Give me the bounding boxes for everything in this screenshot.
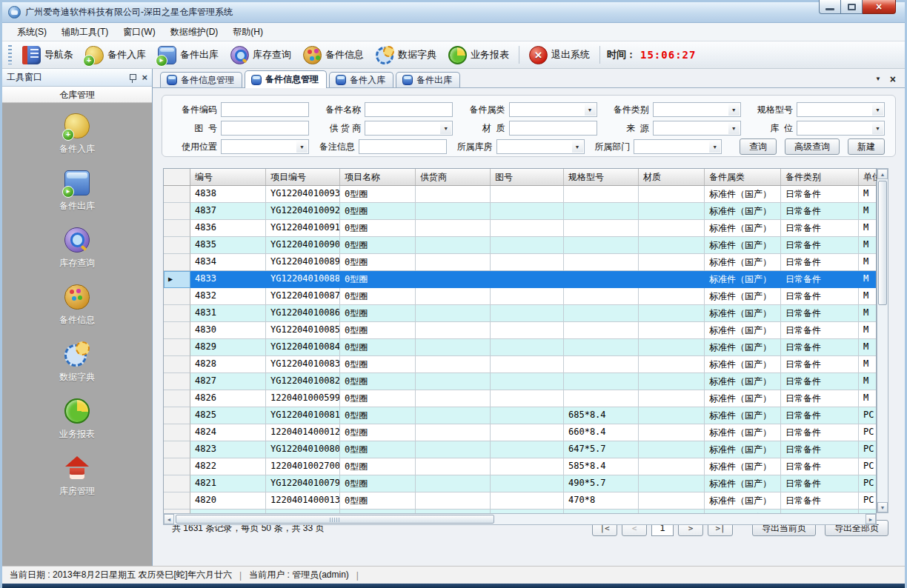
maximize-button[interactable] [841,0,863,14]
scroll-right-icon[interactable]: ► [866,514,876,524]
field-material-input[interactable] [509,121,597,136]
tab-close-icon[interactable]: × [890,76,896,83]
row-selector[interactable] [164,356,190,373]
sidebar-item-inventory-query[interactable]: 库存查询 [33,227,122,270]
row-selector[interactable] [164,220,190,237]
pin-icon[interactable] [129,73,136,82]
minimize-button[interactable] [819,0,841,14]
field-drawing-no-input[interactable] [221,121,309,136]
table-row[interactable]: 4831YG122040100860型圈标准件（国产）日常备件M [164,305,876,322]
row-selector[interactable] [164,475,190,492]
row-selector[interactable] [164,373,190,390]
column-header-10[interactable]: 单位 [859,169,877,185]
toolbar-item-report[interactable]: 业务报表 [442,44,515,67]
table-row[interactable]: 4838YG122040100930型圈标准件（国产）日常备件M [164,186,876,203]
table-row[interactable]: 4834YG122040100890型圈标准件（国产）日常备件M [164,254,876,271]
column-header-2[interactable]: 项目编号 [266,169,340,185]
vertical-scroll-thumb[interactable] [878,181,887,305]
row-selector[interactable] [164,458,190,475]
table-row[interactable]: 4827YG122040100820型圈标准件（国产）日常备件M [164,373,876,390]
table-row[interactable]: 482412204014000120型圈660*8.4标准件（国产）日常备件PC [164,424,876,441]
horizontal-scroll-thumb[interactable] [176,515,494,524]
row-selector[interactable] [164,237,190,254]
scroll-left-icon[interactable]: ◄ [164,514,174,524]
column-header-9[interactable]: 备件类别 [781,169,859,185]
column-header-3[interactable]: 项目名称 [340,169,416,185]
row-selector[interactable] [164,492,190,510]
field-part-category-select[interactable]: ▼ [509,102,597,117]
table-row[interactable]: 4823YG122040100800型圈647*5.7标准件（国产）日常备件PC [164,441,876,458]
field-supplier-select[interactable]: ▼ [365,121,453,136]
table-row[interactable]: 4821YG122040100790型圈490*5.7标准件（国产）日常备件PC [164,475,876,492]
sidebar-item-parts-info[interactable]: 备件信息 [33,284,122,327]
toolbar-item-parts-info[interactable]: 备件信息 [297,44,370,67]
toolbar-item-exit[interactable]: 退出系统 [523,44,596,67]
sidebar-item-parts-in[interactable]: 备件入库 [33,113,122,156]
tab-parts-info-mgmt-1[interactable]: 备件信息管理 [160,72,242,87]
row-selector[interactable] [164,271,190,288]
row-selector[interactable] [164,186,190,203]
table-row[interactable]: 4837YG122040100920型圈标准件（国产）日常备件M [164,203,876,220]
field-part-class-select[interactable]: ▼ [653,102,741,117]
table-row[interactable]: 4836YG122040100910型圈标准件（国产）日常备件M [164,220,876,237]
field-part-name-input[interactable] [365,102,453,117]
field-remark-input[interactable] [359,139,447,154]
toolbar-item-data-dict[interactable]: 数据字典 [370,44,442,67]
field-department-select[interactable]: ▼ [634,139,722,154]
table-row[interactable]: 4833YG122040100880型圈标准件（国产）日常备件M [164,271,876,288]
column-header-4[interactable]: 供货商 [416,169,491,185]
field-spec-model-select[interactable]: ▼ [797,102,885,117]
row-selector[interactable] [164,407,190,424]
new-button[interactable]: 新建 [848,138,885,155]
row-selector[interactable] [164,254,190,271]
horizontal-scrollbar[interactable]: ◄ ► [163,513,877,525]
menu-item-data-maintenance[interactable]: 数据维护(D) [163,23,226,41]
column-header-6[interactable]: 规格型号 [564,169,639,185]
menu-item-window[interactable]: 窗口(W) [116,23,162,41]
query-button[interactable]: 查询 [740,138,777,155]
table-row[interactable]: 482212204010027000型圈585*8.4标准件（国产）日常备件PC [164,458,876,475]
column-header-5[interactable]: 图号 [491,169,564,185]
field-part-code-input[interactable] [221,102,309,117]
table-row[interactable]: 4825YG122040100810型圈685*8.4标准件（国产）日常备件PC [164,407,876,424]
field-source-select[interactable]: ▼ [653,121,741,136]
column-header-7[interactable]: 材质 [639,169,705,185]
row-selector[interactable] [164,305,190,322]
field-use-position-select[interactable]: ▼ [221,139,309,154]
field-location-select[interactable]: ▼ [797,121,885,136]
field-warehouse-select[interactable]: ▼ [496,139,585,154]
column-header-1[interactable]: 编号 [190,169,266,185]
sidebar-item-warehouse-mgmt[interactable]: 库房管理 [33,455,122,498]
menu-item-help[interactable]: 帮助(H) [225,23,270,41]
sidebar-item-data-dict[interactable]: 数据字典 [33,341,122,384]
table-row[interactable]: 4829YG122040100840型圈标准件（国产）日常备件M [164,339,876,356]
table-row[interactable]: 482012204014000130型圈470*8标准件（国产）日常备件PC [164,492,876,510]
tab-parts-info-mgmt-2[interactable]: 备件信息管理 [245,70,327,88]
vertical-scrollbar[interactable]: ▲ ▼ [877,168,888,513]
toolbar-item-parts-out[interactable]: 备件出库 [152,44,225,67]
tab-parts-out[interactable]: 备件出库 [396,72,460,87]
menu-item-system[interactable]: 系统(S) [10,23,54,41]
table-row[interactable]: 4835YG122040100900型圈标准件（国产）日常备件M [164,237,876,254]
sidebar-item-report[interactable]: 业务报表 [33,398,122,441]
row-selector[interactable] [164,339,190,356]
tab-parts-in[interactable]: 备件入库 [329,72,393,87]
row-selector[interactable] [164,203,190,220]
row-selector[interactable] [164,424,190,441]
sidebar-item-parts-out[interactable]: 备件出库 [33,170,122,213]
advanced-query-button[interactable]: 高级查询 [785,138,840,155]
column-header-8[interactable]: 备件属类 [705,169,781,185]
row-selector[interactable] [164,390,190,407]
row-selector[interactable] [164,288,190,305]
toolbar-item-navbar[interactable]: 导航条 [16,44,79,67]
scroll-down-icon[interactable]: ▼ [877,502,888,512]
tab-list-dropdown-icon[interactable]: ▼ [875,76,881,83]
close-button[interactable]: × [863,0,896,14]
row-selector[interactable] [164,322,190,339]
table-row[interactable]: 4832YG122040100870型圈标准件（国产）日常备件M [164,288,876,305]
toolbar-item-inventory-query[interactable]: 库存查询 [225,44,297,67]
row-selector[interactable] [164,441,190,458]
table-row[interactable]: 482612204010005990型圈标准件（国产）日常备件M [164,390,876,407]
table-row[interactable]: 4828YG122040100830型圈标准件（国产）日常备件M [164,356,876,373]
sidebar-close-icon[interactable]: × [142,73,147,82]
